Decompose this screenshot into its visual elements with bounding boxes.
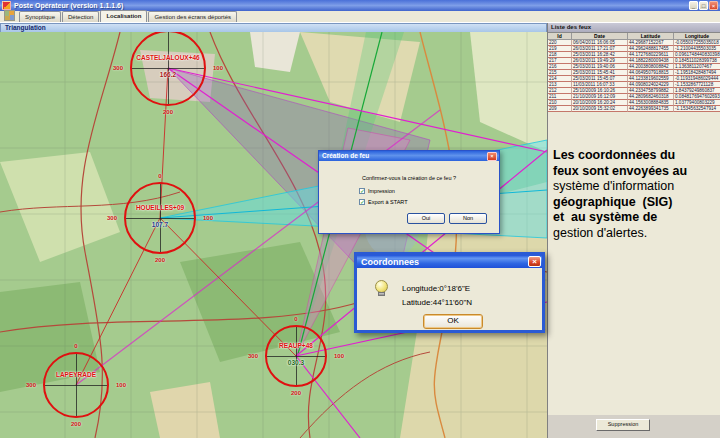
info-text: Les coordonnées dufeux sont envoyées aus…: [553, 148, 717, 241]
app-grid-icon: [4, 10, 15, 21]
export-label: Export à START: [368, 199, 408, 205]
ok-button[interactable]: OK: [423, 314, 483, 329]
tab-d-tection[interactable]: Détection: [62, 11, 99, 22]
table-row[interactable]: 20920/10/2009 15:32:0244.2263899341735-1…: [548, 106, 720, 112]
fire-list-title: Liste des feux: [548, 23, 720, 33]
info-line: et au système de: [553, 210, 717, 226]
info-line: gestion d'alertes.: [553, 226, 717, 242]
creation-close-icon[interactable]: ×: [487, 152, 497, 161]
creation-feu-title-bar[interactable]: Création de feu ×: [319, 151, 499, 161]
info-line: géographique (SIG): [553, 195, 717, 211]
latitude-value: Latitude:44°11'60"N: [402, 296, 472, 310]
longitude-value: Longitude:0°18'6"E: [402, 282, 472, 296]
map-svg: [0, 32, 547, 438]
column-header-latitude[interactable]: Latitude: [628, 33, 674, 40]
tab-gestion-des-crans-d-port-s[interactable]: Gestion des écrans déportés: [148, 11, 237, 22]
column-header-longitude[interactable]: Longitude: [674, 33, 720, 40]
coordonnees-dialog: Coordonnees × Longitude:0°18'6"E Latitud…: [354, 252, 545, 333]
info-line: système d'information: [553, 179, 717, 195]
triangulation-header: Triangulation: [0, 23, 547, 32]
column-header-id[interactable]: Id: [548, 33, 572, 40]
fire-table-body: 22006/04/2011 16:06:0544.29687152267-0.0…: [548, 40, 720, 112]
coordonnees-title: Coordonnees: [361, 257, 419, 267]
creation-feu-dialog: Création de feu × Confirmez-vous la créa…: [318, 150, 500, 234]
table-cell: -1.15345632547914: [674, 106, 720, 112]
impression-label: Impression: [368, 188, 395, 194]
oui-button[interactable]: Oui: [407, 213, 445, 224]
close-button[interactable]: ×: [709, 1, 718, 10]
creation-message: Confirmez-vous la création de ce feu ?: [319, 175, 499, 181]
tab-localisation[interactable]: Localisation: [100, 10, 147, 22]
table-cell: 209: [548, 106, 572, 112]
table-cell: 44.2263899341735: [628, 106, 674, 112]
map[interactable]: CASTELJALOUX+46166.20100200300HOUEILLES+…: [0, 32, 547, 438]
app-window: Poste Opérateur (version 1.1.1.6) _ □ × …: [0, 0, 720, 438]
export-checkbox[interactable]: ✓: [359, 199, 365, 205]
coordonnees-close-icon[interactable]: ×: [528, 256, 541, 267]
table-cell: 20/10/2009 15:32:02: [572, 106, 628, 112]
lightbulb-icon: [375, 280, 388, 296]
tab-bar: SynoptiqueDétectionLocalisationGestion d…: [0, 11, 720, 23]
fire-table-header: IdDateLatitudeLongitude: [548, 33, 720, 40]
app-icon: [2, 1, 11, 10]
creation-feu-title: Création de feu: [322, 152, 369, 159]
info-line: feux sont envoyées au: [553, 164, 717, 180]
impression-checkbox[interactable]: ✓: [359, 188, 365, 194]
restore-button[interactable]: □: [699, 1, 708, 10]
suppression-button[interactable]: Suppression: [596, 419, 650, 431]
non-button[interactable]: Non: [449, 213, 487, 224]
info-line: Les coordonnées du: [553, 148, 717, 164]
coordonnees-title-bar[interactable]: Coordonnees ×: [357, 255, 542, 268]
window-title: Poste Opérateur (version 1.1.1.6): [14, 2, 688, 9]
column-header-date[interactable]: Date: [572, 33, 628, 40]
tab-synoptique[interactable]: Synoptique: [19, 11, 61, 22]
minimize-button[interactable]: _: [689, 1, 698, 10]
